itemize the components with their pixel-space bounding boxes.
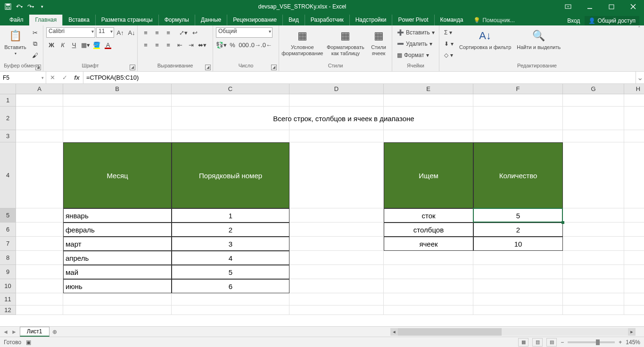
align-left-icon[interactable]: ≡: [140, 40, 151, 50]
cell[interactable]: февраль: [63, 223, 172, 237]
align-top-icon[interactable]: ≡: [140, 27, 151, 38]
cell[interactable]: столбцов: [384, 223, 473, 237]
cell[interactable]: [384, 293, 473, 306]
cell[interactable]: [289, 306, 384, 315]
page-break-view-icon[interactable]: ▤: [546, 338, 557, 347]
cell[interactable]: [16, 265, 63, 279]
format-cells-button[interactable]: ▦Формат ▾: [395, 50, 437, 60]
fill-handle[interactable]: [561, 221, 564, 224]
col-header-E[interactable]: E: [384, 84, 473, 94]
save-icon[interactable]: [3, 1, 13, 12]
row-header-1[interactable]: 1: [0, 94, 16, 107]
cell[interactable]: [563, 237, 624, 251]
maximize-button[interactable]: [601, 0, 622, 13]
cell[interactable]: [289, 237, 384, 251]
cell[interactable]: [624, 251, 644, 265]
cell[interactable]: [384, 251, 473, 265]
cell[interactable]: [16, 279, 63, 293]
cell[interactable]: [289, 251, 384, 265]
cell[interactable]: [563, 130, 624, 142]
cell[interactable]: [16, 94, 63, 107]
cell[interactable]: [16, 306, 63, 315]
cell[interactable]: [624, 94, 644, 107]
cell[interactable]: [289, 293, 384, 306]
cell[interactable]: апрель: [63, 251, 172, 265]
cell[interactable]: [624, 208, 644, 223]
enter-formula-icon[interactable]: ✓: [58, 74, 71, 81]
clear-button[interactable]: ◇▾: [442, 50, 455, 60]
cell[interactable]: [172, 130, 289, 142]
cell[interactable]: [563, 265, 624, 279]
thousands-icon[interactable]: 000: [239, 40, 249, 50]
qat-custom-icon[interactable]: ▾: [37, 1, 47, 12]
cell[interactable]: [384, 130, 473, 142]
font-color-button[interactable]: A: [103, 40, 113, 50]
tab-вставка[interactable]: Вставка: [62, 15, 95, 25]
col-header-G[interactable]: G: [563, 84, 624, 94]
cell[interactable]: [563, 279, 624, 293]
horizontal-scrollbar[interactable]: ◄ ►: [390, 328, 636, 336]
cell[interactable]: [384, 265, 473, 279]
ribbon-options-icon[interactable]: [557, 0, 579, 13]
autosum-button[interactable]: Σ▾: [442, 27, 455, 38]
col-header-F[interactable]: F: [473, 84, 563, 94]
cell[interactable]: [289, 265, 384, 279]
zoom-out-button[interactable]: −: [561, 339, 564, 346]
row-header-10[interactable]: 10: [0, 279, 16, 293]
cell[interactable]: [624, 306, 644, 315]
expand-formula-icon[interactable]: ⌄: [636, 72, 644, 83]
fill-color-button[interactable]: 🪣: [91, 40, 102, 50]
indent-decrease-icon[interactable]: ⇤: [174, 40, 185, 50]
cell[interactable]: 4: [172, 251, 289, 265]
fill-button[interactable]: ⬇▾: [442, 39, 455, 49]
tab-разметка-страницы[interactable]: Разметка страницы: [95, 15, 158, 25]
cell[interactable]: Порядковый номер: [172, 142, 289, 208]
format-as-table-button[interactable]: ▦Форматировать как таблицу: [325, 27, 366, 57]
row-header-9[interactable]: 9: [0, 265, 16, 279]
scroll-right-icon[interactable]: ►: [628, 328, 636, 336]
cell[interactable]: [624, 237, 644, 251]
cell[interactable]: [63, 130, 172, 142]
font-name-combo[interactable]: Calibri: [46, 27, 95, 38]
close-button[interactable]: [622, 0, 644, 13]
tab-вид[interactable]: Вид: [282, 15, 305, 25]
align-bottom-icon[interactable]: ≡: [163, 27, 173, 38]
orientation-icon[interactable]: ⤢▾: [178, 27, 189, 38]
cell[interactable]: [563, 208, 624, 223]
wrap-text-icon[interactable]: ↩: [190, 27, 200, 38]
copy-icon[interactable]: ⧉: [30, 39, 40, 49]
col-header-C[interactable]: C: [172, 84, 289, 94]
cell[interactable]: [473, 251, 563, 265]
cell[interactable]: [473, 130, 563, 142]
col-header-B[interactable]: B: [63, 84, 172, 94]
row-header-4[interactable]: 4: [0, 142, 16, 208]
cell[interactable]: 10: [473, 237, 563, 251]
cell[interactable]: 2: [473, 223, 563, 237]
row-header-5[interactable]: 5: [0, 208, 16, 223]
tab-данные[interactable]: Данные: [195, 15, 227, 25]
paste-button[interactable]: 📋 Вставить▾: [3, 27, 28, 57]
tab-главная[interactable]: Главная: [29, 15, 63, 25]
cell[interactable]: [563, 293, 624, 306]
dialog-launcher[interactable]: ◢: [271, 65, 277, 70]
cell[interactable]: 1: [172, 208, 289, 223]
cell[interactable]: Количество: [473, 142, 563, 208]
macro-record-icon[interactable]: ▣: [26, 339, 31, 346]
cell[interactable]: [384, 279, 473, 293]
tab-команда[interactable]: Команда: [434, 15, 469, 25]
find-select-button[interactable]: 🔍Найти и выделить: [515, 27, 562, 51]
row-header-8[interactable]: 8: [0, 251, 16, 265]
dialog-launcher[interactable]: ◢: [130, 65, 135, 70]
cell[interactable]: 3: [172, 237, 289, 251]
collapse-ribbon-icon[interactable]: ˄: [635, 25, 644, 71]
cell[interactable]: [63, 306, 172, 315]
decrease-font-icon[interactable]: A↓: [126, 27, 137, 38]
cell[interactable]: [289, 223, 384, 237]
insert-cells-button[interactable]: ➕Вставить ▾: [395, 27, 437, 38]
undo-icon[interactable]: ↶▾: [14, 1, 25, 12]
cell[interactable]: [384, 94, 473, 107]
cell[interactable]: [563, 94, 624, 107]
cell[interactable]: Месяц: [63, 142, 172, 208]
cell[interactable]: [16, 223, 63, 237]
cell[interactable]: [473, 306, 563, 315]
